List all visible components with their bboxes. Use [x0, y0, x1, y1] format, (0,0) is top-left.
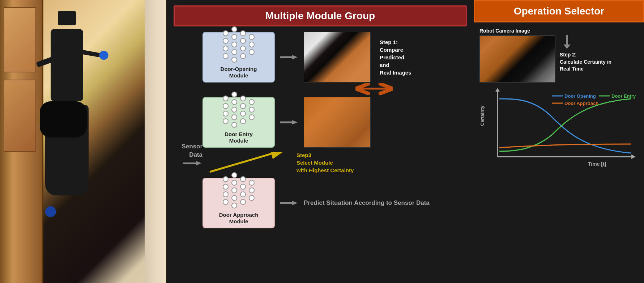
svg-text:Time [t]: Time [t]: [588, 161, 606, 167]
nn-node: [231, 180, 237, 186]
nn-node: [223, 96, 229, 101]
sensor-data-label: SensorData: [182, 143, 202, 159]
step2-down-arrow: [560, 35, 574, 50]
robot-claw-bottom: [45, 206, 56, 217]
nn-node: [223, 53, 229, 59]
nn-node: [240, 53, 246, 59]
nn-node: [231, 195, 237, 201]
nn-node: [249, 42, 255, 47]
nn-node: [223, 38, 229, 44]
camera-step2-row: Robot Camera Image Step 2:Calculate Cert…: [479, 28, 639, 83]
nn-layer-3: [240, 96, 246, 124]
arrow-entry: [280, 119, 298, 126]
arrow-approach: [280, 199, 298, 207]
module-row-entry: Door EntryModule: [202, 97, 467, 148]
door-opening-module-box: Door-OpeningModule: [202, 32, 275, 83]
svg-line-7: [210, 154, 271, 172]
nn-node: [231, 57, 237, 63]
chart-container: Certainty Time [t] Door Opening Door Ent…: [479, 88, 639, 278]
svg-text:Door Entry: Door Entry: [611, 93, 636, 99]
step1-text: Step 1:ComparePredictedandReal Images: [380, 38, 411, 76]
nn-layer-3: [240, 176, 246, 205]
nn-node: [223, 103, 229, 109]
nn-node: [223, 184, 229, 190]
camera-image: [479, 35, 555, 83]
nn-node: [231, 203, 237, 208]
nn-layer-1: [223, 96, 229, 124]
sensor-data-container: SensorData: [174, 32, 202, 278]
svg-marker-13: [495, 88, 500, 92]
nn-layer-4: [249, 99, 255, 120]
nn-node: [231, 34, 237, 40]
main-container: Multiple Module Group SensorData: [0, 0, 644, 283]
nn-layer-2: [231, 172, 237, 208]
predict-situation-block: Predict Situation According to Sensor Da…: [304, 199, 430, 207]
nn-node: [240, 118, 246, 124]
nn-visual-opening: [221, 25, 256, 64]
module-row-opening: Door-OpeningModule Step 1:ComparePredict…: [202, 32, 467, 83]
robot-claw-right: [99, 50, 109, 60]
nn-node: [231, 114, 237, 120]
nn-layer-1: [223, 176, 229, 205]
robot-arm-right: [72, 48, 102, 58]
right-panel: Operation Selector Robot Camera Image St…: [474, 0, 644, 283]
door-opening-label: Door-OpeningModule: [221, 66, 257, 79]
robot-figure: [40, 11, 112, 271]
step3-text-block: Step3Select Modulewith Highest Certainty: [297, 151, 354, 174]
door-approach-module-box: Door ApproachModule: [202, 178, 275, 228]
nn-node: [240, 103, 246, 109]
nn-node: [249, 195, 255, 201]
op-content: Robot Camera Image Step 2:Calculate Cert…: [474, 22, 644, 283]
nn-visual-entry: [221, 90, 256, 130]
nn-node: [249, 107, 255, 113]
nn-node: [231, 26, 237, 32]
nn-layer-1: [223, 30, 229, 59]
door-entry-module-box: Door EntryModule: [202, 97, 275, 148]
step2-block: Step 2:Calculate Certainty inReal Time: [560, 28, 611, 73]
mmg-title: Multiple Module Group: [174, 5, 467, 26]
nn-node: [249, 49, 255, 55]
svg-text:Certainty: Certainty: [479, 105, 485, 126]
svg-marker-15: [631, 155, 636, 159]
robot-image: [0, 0, 166, 283]
nn-layer-2: [231, 26, 237, 63]
svg-marker-11: [563, 45, 571, 49]
camera-label: Robot Camera Image: [479, 28, 555, 34]
nn-node: [223, 111, 229, 117]
middle-panel: Multiple Module Group SensorData: [166, 0, 474, 283]
svg-text:Door Approach: Door Approach: [564, 101, 598, 106]
nn-layer-4: [249, 180, 255, 201]
nn-node: [240, 184, 246, 190]
robot-torso: [51, 29, 83, 101]
nn-node: [231, 42, 237, 47]
svg-marker-9: [292, 201, 298, 205]
door-panel-top: [4, 7, 36, 72]
op-selector-title: Operation Selector: [474, 0, 644, 22]
step3-label: Step3Select Modulewith Highest Certainty: [297, 152, 354, 173]
nn-node: [231, 92, 237, 97]
nn-node: [240, 191, 246, 197]
nn-node: [240, 96, 246, 101]
sensor-arrow: [183, 160, 202, 167]
robot-arm-left: [36, 54, 62, 67]
module-row-approach: Door ApproachModule Predict Situation Ac…: [202, 178, 467, 228]
nn-node: [231, 122, 237, 128]
nn-node: [249, 187, 255, 193]
nn-node: [231, 172, 237, 178]
step1-annotation: Step 1:ComparePredictedandReal Images: [380, 38, 411, 76]
camera-block: Robot Camera Image: [479, 28, 555, 83]
preview-image-opening: [304, 32, 371, 83]
bidirectional-arrow-row: [353, 83, 467, 95]
nn-node: [240, 176, 246, 182]
nn-node: [223, 118, 229, 124]
robot-head: [58, 11, 76, 25]
nn-node: [240, 199, 246, 205]
nn-node: [231, 99, 237, 105]
door: [0, 0, 43, 283]
door-entry-label: Door EntryModule: [225, 131, 253, 144]
nn-node: [240, 111, 246, 117]
nn-node: [223, 30, 229, 36]
nn-node: [231, 107, 237, 113]
step2-text: Step 2:Calculate Certainty inReal Time: [560, 51, 611, 73]
nn-node: [231, 49, 237, 55]
